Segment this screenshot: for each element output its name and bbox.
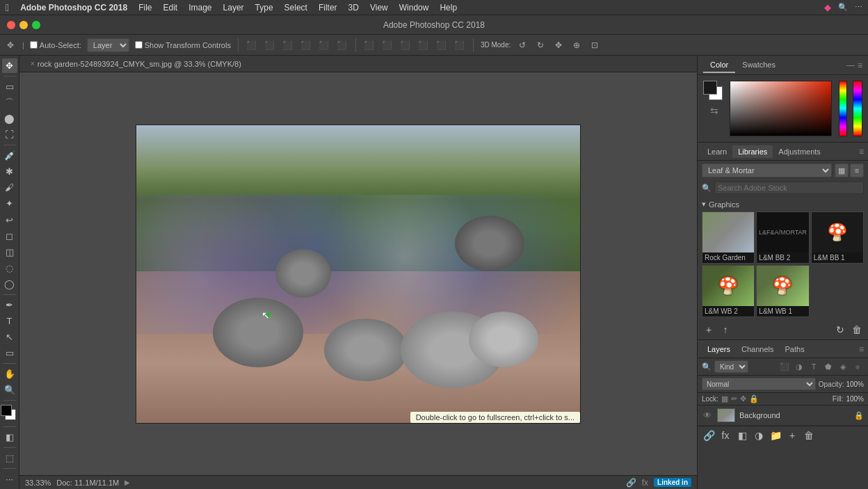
tab-color[interactable]: Color — [703, 58, 735, 73]
move-tool-icon[interactable]: ✥ — [4, 39, 17, 51]
opacity-value[interactable]: 100% — [846, 380, 864, 388]
marquee-tool[interactable]: ▭ — [2, 79, 17, 94]
eyedropper-tool[interactable]: 💉 — [2, 148, 17, 163]
graphics-section-label[interactable]: ▾ Graphics — [698, 197, 868, 210]
layer-link-icon[interactable]: 🔗 — [702, 428, 716, 442]
canvas-scroll[interactable]: ↖ + Double-click to go to fullscreen, ct… — [19, 72, 697, 475]
history-brush-tool[interactable]: ↩ — [2, 212, 17, 227]
hand-tool[interactable]: ✋ — [2, 367, 17, 381]
filter-smart-icon[interactable]: ◈ — [837, 360, 849, 373]
type-tool[interactable]: T — [2, 314, 17, 328]
align-center-v-icon[interactable]: ⬛ — [318, 39, 330, 51]
add-group-btn[interactable]: 📁 — [769, 428, 782, 442]
clone-stamp-tool[interactable]: ✦ — [2, 196, 17, 211]
graphics-item-rock-garden[interactable]: Rock Garden — [702, 211, 755, 264]
graphics-item-lmwb1[interactable]: 🍄 L&M WB 1 — [756, 265, 809, 317]
add-mask-btn[interactable]: ◧ — [735, 428, 749, 442]
lock-all-icon[interactable]: 🔒 — [749, 394, 759, 403]
move-tool[interactable]: ✥ — [2, 58, 17, 73]
auto-select-checkbox[interactable] — [30, 41, 38, 49]
menu-layer[interactable]: Layer — [223, 3, 244, 13]
library-dropdown[interactable]: Leaf & Mortar — [702, 163, 832, 177]
3d-orbit-icon[interactable]: ↺ — [516, 39, 529, 51]
add-library-btn[interactable]: + — [702, 323, 716, 337]
tab-close-icon[interactable]: × — [31, 60, 35, 67]
tab-paths[interactable]: Paths — [780, 343, 810, 355]
tab-swatches[interactable]: Swatches — [735, 58, 782, 73]
3d-pan-icon[interactable]: ✥ — [552, 39, 565, 51]
menu-3d[interactable]: 3D — [348, 3, 359, 13]
fx-effects-btn[interactable]: fx — [718, 428, 732, 442]
menu-image[interactable]: Image — [188, 3, 211, 13]
minimize-button[interactable] — [19, 21, 28, 29]
distribute-h-icon[interactable]: ⬛ — [435, 39, 448, 51]
screen-mode-btn[interactable]: ⬚ — [2, 451, 17, 465]
swap-colors-icon[interactable]: ⇆ — [710, 105, 718, 116]
layer-item-background[interactable]: 👁 Background 🔒 — [698, 406, 868, 426]
menu-view[interactable]: View — [370, 3, 388, 13]
fill-value[interactable]: 100% — [846, 395, 864, 403]
color-gradient-picker[interactable] — [730, 81, 832, 136]
menu-filter[interactable]: Filter — [319, 3, 337, 13]
add-layer-btn[interactable]: + — [785, 428, 799, 442]
creative-cloud-icon[interactable]: ◆ — [824, 2, 831, 13]
path-select-tool[interactable]: ↖ — [2, 330, 17, 344]
fg-color-swatch[interactable] — [703, 81, 717, 95]
app-name[interactable]: Adobe Photoshop CC 2018 — [20, 3, 127, 13]
gradient-tool[interactable]: ◫ — [2, 245, 17, 259]
document-tab[interactable]: × rock garden-524893924_CMYK_sm.jpg @ 33… — [25, 60, 247, 68]
add-adjustment-btn[interactable]: ◑ — [752, 428, 766, 442]
spot-healing-tool[interactable]: ✱ — [2, 164, 17, 179]
menu-type[interactable]: Type — [255, 3, 273, 13]
layers-kind-filter[interactable]: Kind — [714, 360, 748, 373]
3d-scale-icon[interactable]: ⊡ — [588, 39, 601, 51]
panel-menu-icon[interactable]: ≡ — [858, 61, 862, 70]
tab-learn[interactable]: Learn — [702, 145, 732, 158]
notif-icon[interactable]: ⋯ — [855, 3, 862, 12]
more-tools-btn[interactable]: ··· — [2, 472, 17, 486]
tab-libraries[interactable]: Libraries — [732, 145, 773, 158]
delete-library-btn[interactable]: 🗑 — [850, 323, 864, 337]
status-expand-arrow[interactable]: ▶ — [124, 479, 130, 486]
dodge-tool[interactable]: ◯ — [2, 277, 17, 291]
menu-edit[interactable]: Edit — [163, 3, 177, 13]
color-gradient-field[interactable] — [730, 81, 832, 136]
distribute-right-icon[interactable]: ⬛ — [381, 39, 394, 51]
align-center-h-icon[interactable]: ⬛ — [264, 39, 276, 51]
distribute-top-icon[interactable]: ⬛ — [399, 39, 412, 51]
auto-select-dropdown[interactable]: Layer Group — [87, 38, 129, 52]
zoom-tool[interactable]: 🔍 — [2, 383, 17, 397]
search-icon[interactable]: 🔍 — [838, 3, 848, 12]
show-transform-checkbox[interactable] — [135, 41, 143, 49]
graphics-item-lmbb2[interactable]: L&F&A/MORTAR L&M BB 2 — [756, 211, 809, 264]
menu-help[interactable]: Help — [440, 3, 457, 13]
brush-tool[interactable]: 🖌 — [2, 180, 17, 195]
tab-channels[interactable]: Channels — [736, 343, 779, 355]
pen-tool[interactable]: ✒ — [2, 298, 17, 312]
blur-tool[interactable]: ◌ — [2, 261, 17, 275]
lock-position-icon[interactable]: ✥ — [740, 394, 746, 403]
grid-view-btn[interactable]: ▦ — [835, 163, 849, 177]
filter-text-icon[interactable]: T — [807, 360, 820, 373]
shape-tool[interactable]: ▭ — [2, 346, 17, 360]
distribute-bottom-icon[interactable]: ⬛ — [417, 39, 430, 51]
graphics-item-lmwb2[interactable]: 🍄 L&M WB 2 — [702, 265, 755, 317]
layers-panel-menu-icon[interactable]: ≡ — [859, 344, 864, 354]
panel-minimize-icon[interactable]: — — [846, 61, 855, 70]
layer-visibility-icon[interactable]: 👁 — [702, 410, 713, 421]
list-view-btn[interactable]: ≡ — [850, 163, 864, 177]
menu-window[interactable]: Window — [399, 3, 429, 13]
refresh-library-btn[interactable]: ↻ — [833, 323, 847, 337]
blend-mode-dropdown[interactable]: Normal — [702, 378, 816, 390]
3d-slide-icon[interactable]: ⊕ — [570, 39, 583, 51]
close-button[interactable] — [7, 21, 15, 29]
lock-transparent-icon[interactable]: ▦ — [721, 394, 728, 403]
saturation-slider[interactable] — [853, 81, 862, 136]
library-search-input[interactable] — [714, 182, 864, 194]
filter-toggle-icon[interactable]: ● — [851, 360, 864, 373]
filter-adjustment-icon[interactable]: ◑ — [793, 360, 805, 373]
menu-select[interactable]: Select — [284, 3, 307, 13]
distribute-v-icon[interactable]: ⬛ — [453, 39, 466, 51]
lock-image-icon[interactable]: ✏ — [731, 394, 737, 403]
filter-pixel-icon[interactable]: ⬛ — [778, 360, 791, 373]
